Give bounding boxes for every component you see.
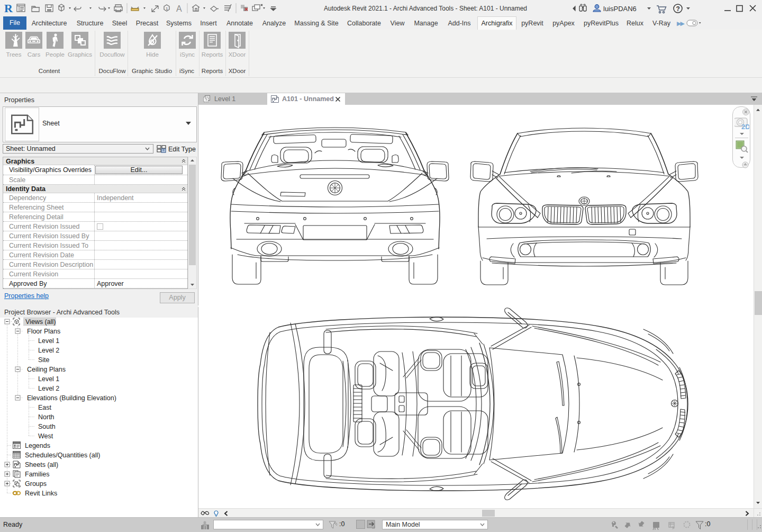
svg-text:?: ? (676, 5, 680, 13)
svg-text:A: A (176, 4, 182, 13)
svg-text:R: R (4, 2, 13, 15)
svg-text:1: 1 (166, 6, 168, 11)
svg-text:luisPDAN6: luisPDAN6 (603, 5, 637, 13)
